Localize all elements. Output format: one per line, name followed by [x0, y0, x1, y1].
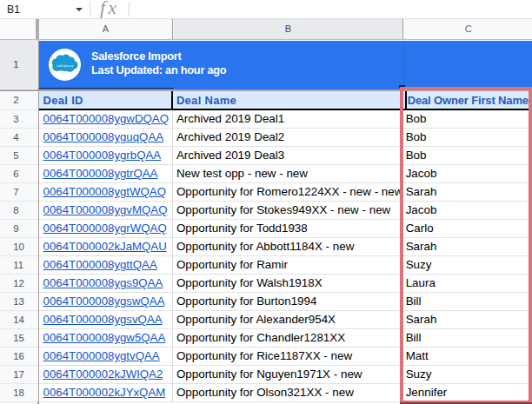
svg-text:salesforce: salesforce [56, 63, 73, 68]
